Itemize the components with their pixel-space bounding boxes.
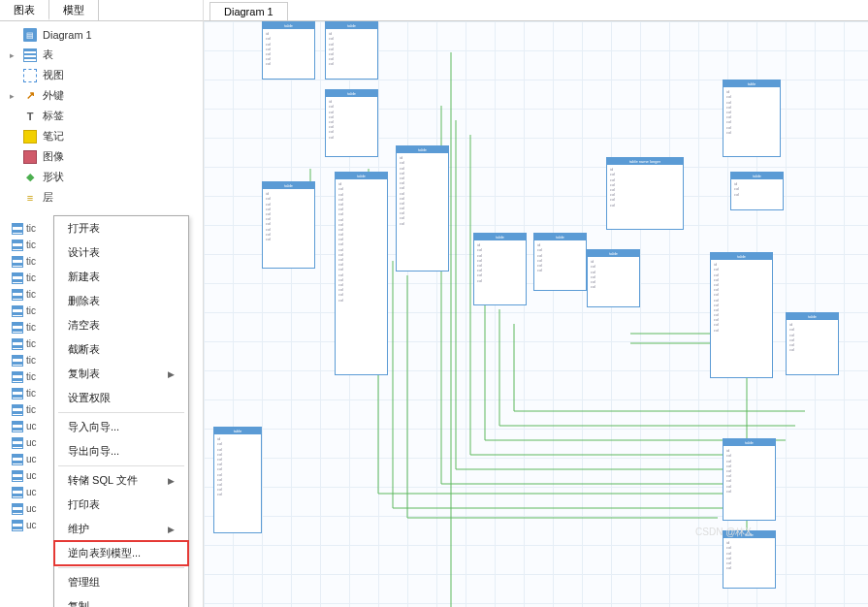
chevron-right-icon: ▶ bbox=[168, 476, 175, 486]
entity-box[interactable]: tableidcolcolcolcolcolcolcolcolcol bbox=[262, 181, 315, 269]
tree-item[interactable]: T标签 bbox=[6, 106, 197, 126]
table-row[interactable]: tic bbox=[12, 237, 52, 253]
object-tree: ▤ Diagram 1 ▸表视图▸↗外键T标签笔记图像◆形状≡层 bbox=[0, 21, 203, 211]
menu-set-perm[interactable]: 设置权限 bbox=[54, 386, 188, 410]
note-icon bbox=[23, 130, 37, 144]
table-row-label: uc bbox=[26, 421, 37, 431]
tree-item-diagram-1[interactable]: ▤ Diagram 1 bbox=[6, 25, 197, 45]
table-row[interactable]: tic bbox=[12, 368, 52, 385]
tree-item[interactable]: ▸表 bbox=[6, 45, 197, 65]
menu-import-wizard[interactable]: 导入向导... bbox=[54, 415, 188, 439]
entity-box[interactable]: tableidcolcolcolcolcolcolcolcolcolcolcol… bbox=[335, 172, 388, 375]
menu-manage-group[interactable]: 管理组 bbox=[54, 570, 188, 594]
watermark: CSDN @林X bbox=[695, 526, 752, 539]
menu-clear-table[interactable]: 清空表 bbox=[54, 313, 188, 337]
table-icon bbox=[12, 503, 23, 515]
tree-label: Diagram 1 bbox=[43, 29, 92, 41]
menu-truncate-table[interactable]: 截断表 bbox=[54, 337, 188, 362]
tree-item[interactable]: 笔记 bbox=[6, 126, 197, 146]
tree-item[interactable]: ◆形状 bbox=[6, 167, 197, 187]
menu-separator bbox=[58, 465, 184, 466]
entity-box[interactable]: tableidcolcolcolcolcol bbox=[786, 312, 839, 375]
table-row[interactable]: tic bbox=[12, 335, 52, 352]
table-icon bbox=[12, 470, 23, 482]
table-row[interactable]: tic bbox=[12, 253, 52, 270]
view-icon bbox=[23, 69, 37, 82]
menu-copy[interactable]: 复制 bbox=[54, 594, 188, 607]
table-icon bbox=[12, 240, 23, 251]
diagram-icon: ▤ bbox=[23, 28, 37, 42]
table-row[interactable]: tic bbox=[12, 401, 52, 418]
table-row-label: tic bbox=[26, 338, 36, 349]
menu-separator bbox=[58, 412, 184, 413]
image-icon bbox=[23, 150, 37, 164]
menu-separator bbox=[58, 567, 184, 568]
entity-box[interactable]: tableidcolcolcolcolcol bbox=[587, 249, 640, 307]
table-row-label: uc bbox=[26, 487, 37, 497]
entity-box[interactable]: table name longeridcolcolcolcolcolcolcol bbox=[606, 157, 684, 230]
chevron-right-icon: ▶ bbox=[168, 525, 175, 534]
expander-icon: ▸ bbox=[10, 91, 17, 101]
table-row[interactable]: uc bbox=[12, 517, 52, 533]
menu-delete-table[interactable]: 删除表 bbox=[54, 289, 188, 313]
entity-box[interactable]: tableidcolcolcolcolcolcolcolcolcolcolcol… bbox=[710, 252, 773, 378]
menu-dump-sql[interactable]: 转储 SQL 文件▶ bbox=[54, 468, 188, 493]
tree-item[interactable]: 视图 bbox=[6, 65, 197, 85]
entity-box[interactable]: tableidcolcolcolcolcolcolcol bbox=[325, 89, 378, 157]
tree-item[interactable]: 图像 bbox=[6, 146, 197, 167]
entity-box[interactable]: tableidcolcolcolcolcolcol bbox=[325, 21, 378, 80]
entity-box[interactable]: tableidcolcolcolcolcolcolcolcol bbox=[723, 80, 781, 157]
table-row-label: tic bbox=[26, 305, 36, 316]
table-icon bbox=[12, 371, 23, 383]
table-row-label: tic bbox=[26, 371, 36, 382]
table-row-label: uc bbox=[26, 437, 37, 448]
menu-export-wizard[interactable]: 导出向导... bbox=[54, 439, 188, 463]
entity-box[interactable]: tableidcolcolcolcolcol bbox=[723, 530, 776, 589]
menu-maintain[interactable]: 维护▶ bbox=[54, 517, 188, 541]
menu-copy-table[interactable]: 复制表▶ bbox=[54, 362, 188, 386]
table-row[interactable]: uc bbox=[12, 451, 52, 467]
entity-box[interactable]: tableidcolcol bbox=[730, 172, 784, 210]
table-row-label: tic bbox=[26, 388, 36, 399]
tree-item[interactable]: ≡层 bbox=[6, 187, 197, 208]
table-row-label: uc bbox=[26, 470, 37, 481]
menu-new-table[interactable]: 新建表 bbox=[54, 265, 188, 289]
canvas-tab-diagram-1[interactable]: Diagram 1 bbox=[209, 2, 288, 20]
menu-print-table[interactable]: 打印表 bbox=[54, 493, 188, 517]
tab-diagram[interactable]: 图表 bbox=[0, 0, 49, 20]
tree-label: 图像 bbox=[43, 149, 64, 164]
entity-box[interactable]: tableidcolcolcolcolcolcolcol bbox=[473, 233, 527, 305]
table-list: tictictictictictictictictictictictic ucu… bbox=[12, 220, 52, 533]
entity-box[interactable]: tableidcolcolcolcolcolcol bbox=[262, 21, 315, 80]
tree-label: 层 bbox=[43, 190, 53, 205]
tree-label: 视图 bbox=[43, 68, 64, 82]
table-row[interactable]: uc bbox=[12, 467, 52, 484]
table-row[interactable]: tic bbox=[12, 385, 52, 401]
table-row[interactable]: uc bbox=[12, 434, 52, 451]
chevron-right-icon: ▶ bbox=[168, 369, 175, 379]
table-row-label: uc bbox=[26, 454, 37, 464]
table-row[interactable]: tic bbox=[12, 319, 52, 335]
table-row-label: tic bbox=[26, 256, 36, 267]
table-row[interactable]: tic bbox=[12, 352, 52, 368]
tab-model[interactable]: 模型 bbox=[49, 0, 99, 20]
entity-box[interactable]: tableidcolcolcolcolcolcolcolcolcolcolcol bbox=[213, 427, 262, 533]
table-row[interactable]: uc bbox=[12, 500, 52, 517]
entity-box[interactable]: tableidcolcolcolcolcol bbox=[533, 233, 587, 291]
entity-box[interactable]: tableidcolcolcolcolcolcolcolcol bbox=[723, 438, 776, 521]
table-row[interactable]: uc bbox=[12, 484, 52, 500]
table-row-label: tic bbox=[26, 272, 36, 283]
er-canvas[interactable]: tableidcolcolcolcolcolcol tableidcolcolc… bbox=[204, 21, 868, 607]
table-row[interactable]: tic bbox=[12, 220, 52, 237]
table-row[interactable]: tic bbox=[12, 270, 52, 286]
menu-open-table[interactable]: 打开表 bbox=[54, 216, 188, 240]
menu-reverse-to-model[interactable]: 逆向表到模型... bbox=[54, 541, 188, 565]
table-row[interactable]: uc bbox=[12, 418, 52, 434]
menu-design-table[interactable]: 设计表 bbox=[54, 240, 188, 265]
table-row[interactable]: tic bbox=[12, 286, 52, 303]
table-row[interactable]: tic bbox=[12, 303, 52, 319]
tree-label: 标签 bbox=[43, 109, 64, 123]
entity-box[interactable]: tableidcolcolcolcolcolcolcolcolcolcolcol… bbox=[396, 145, 449, 272]
tree-item[interactable]: ▸↗外键 bbox=[6, 85, 197, 106]
canvas-tabs: Diagram 1 bbox=[204, 0, 868, 21]
